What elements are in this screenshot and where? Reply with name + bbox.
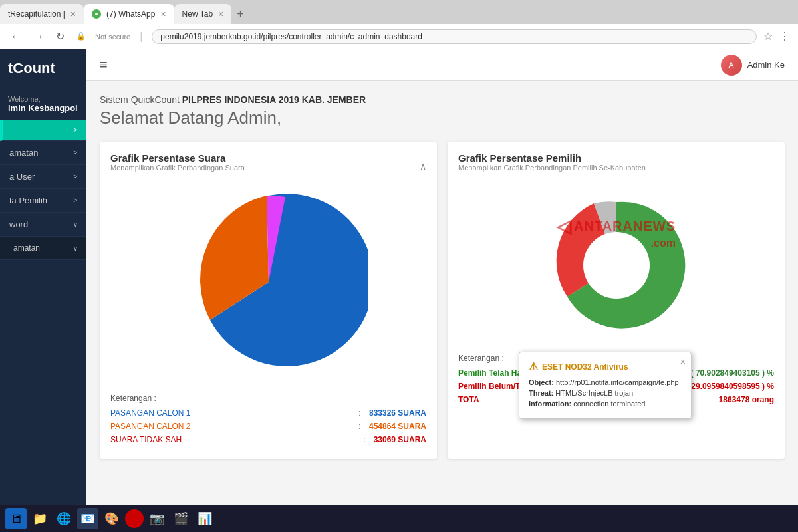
legend-item-tidak-sah: SUARA TIDAK SAH : 33069 SUARA: [110, 435, 426, 444]
taskbar-video[interactable]: 🎬: [170, 508, 192, 529]
chevron-down-icon: v: [74, 245, 77, 252]
address-bar: ← → ↻ 🔓 Not secure | ☆ ⋮: [0, 24, 798, 49]
topbar-left: ≡: [100, 57, 108, 72]
legend-colon-tidak-sah: :: [363, 435, 365, 444]
title-bold: PILPRES INDONESIA 2019 KAB. JEMBER: [182, 94, 366, 105]
taskbar-explorer[interactable]: 📁: [29, 508, 51, 529]
tab-recapitulation[interactable]: tRecapitulation | ×: [0, 4, 84, 24]
chevron-right-icon: >: [73, 197, 77, 204]
legend-label-calon1: PASANGAN CALON 1: [110, 408, 351, 418]
taskbar-mail[interactable]: 📧: [77, 508, 98, 529]
card-header-suara: Grafik Persentase Suara Menampilkan Graf…: [110, 152, 426, 180]
sidebar-menu: > amatan > a User > ta Pemilih > word v …: [0, 120, 86, 532]
tab-newtab[interactable]: New Tab ×: [174, 4, 232, 24]
welcome-text: Welcome,: [8, 95, 78, 103]
chevron-right-icon: >: [73, 126, 77, 134]
refresh-button[interactable]: ↻: [53, 29, 67, 44]
card-title-pemilih: Grafik Persentase Pemilih: [458, 152, 646, 164]
card-subtitle-pemilih: Menampilkan Grafik Perbandingan Pemilih …: [458, 164, 646, 172]
tab-bar: tRecapitulation | × ● (7) WhatsApp × New…: [0, 0, 798, 24]
browser-chrome: tRecapitulation | × ● (7) WhatsApp × New…: [0, 0, 798, 49]
donut-chart-area: ◁ ANTARANEWS .com: [458, 182, 774, 348]
tab-close-btn[interactable]: ×: [70, 9, 76, 19]
antivirus-title: ESET NOD32 Antivirus: [542, 362, 628, 372]
topbar-right: A Admin Ke: [721, 55, 785, 76]
antivirus-threat: Threat: HTML/ScrInject.B trojan: [529, 389, 682, 397]
donut-hole: [583, 232, 650, 299]
app-layout: tCount Welcome, imin Kesbangpol > amatan…: [0, 49, 798, 532]
bookmark-icon[interactable]: ☆: [763, 30, 773, 43]
legend-title-suara: Keterangan :: [110, 394, 426, 403]
sidebar-item-kecamatan[interactable]: amatan >: [0, 141, 86, 165]
sidebar-item-data-pemilih[interactable]: ta Pemilih >: [0, 189, 86, 213]
donut-chart-svg: [530, 189, 703, 342]
chevron-right-icon: >: [73, 173, 77, 180]
taskbar-red[interactable]: [125, 509, 144, 528]
sidebar-item-label: a User: [9, 172, 35, 182]
legend-label-calon2: PASANGAN CALON 2: [110, 422, 351, 431]
hamburger-icon[interactable]: ≡: [100, 57, 108, 72]
address-input[interactable]: [152, 29, 757, 44]
taskbar: 🖥 📁 🌐 📧 🎨 📷 🎬 📊: [0, 505, 798, 532]
page-greeting: Selamat Datang Admin,: [100, 108, 785, 128]
sidebar-submenu: amatan v: [0, 237, 86, 260]
sidebar-item-label: ta Pemilih: [9, 196, 47, 205]
legend-value-total: 1863478 orang: [719, 395, 774, 404]
sidebar-brand: tCount: [0, 49, 86, 88]
title-prefix: Sistem QuickCount: [100, 94, 180, 105]
taskbar-start[interactable]: 🖥: [5, 508, 27, 529]
security-label: 🔓: [74, 32, 88, 41]
separator: |: [140, 31, 142, 43]
legend-label-tidak-sah: SUARA TIDAK SAH: [110, 435, 355, 444]
tab-label: (7) WhatsApp: [106, 9, 155, 19]
antivirus-object: Object: http://rp01.notifa.info/campaign…: [529, 378, 682, 386]
tab-whatsapp[interactable]: ● (7) WhatsApp ×: [84, 4, 174, 24]
taskbar-browser[interactable]: 🌐: [53, 508, 74, 529]
back-button[interactable]: ←: [8, 29, 24, 44]
card-grafik-suara: Grafik Persentase Suara Menampilkan Graf…: [100, 142, 437, 459]
forward-button[interactable]: →: [31, 29, 47, 44]
legend-suara: Keterangan : PASANGAN CALON 1 : 833326 S…: [110, 394, 426, 444]
whatsapp-icon: ●: [92, 9, 101, 19]
tab-label: New Tab: [182, 9, 213, 19]
sidebar-item-word[interactable]: word v: [0, 213, 86, 237]
legend-colon-calon1: :: [359, 408, 361, 418]
page-content: Sistem QuickCount PILPRES INDONESIA 2019…: [86, 81, 798, 472]
collapse-button-suara[interactable]: ∧: [420, 161, 426, 172]
antivirus-close-button[interactable]: ×: [680, 356, 686, 367]
pie-chart-svg: [169, 189, 368, 375]
avatar: A: [721, 55, 742, 76]
sidebar-item-dashboard[interactable]: >: [0, 120, 86, 141]
sidebar-item-label: word: [9, 219, 28, 229]
pie-chart-area: [110, 182, 426, 388]
taskbar-camera[interactable]: 📷: [146, 508, 168, 529]
sidebar-item-user[interactable]: a User >: [0, 165, 86, 189]
browser-menu-icon[interactable]: ⋮: [779, 30, 790, 43]
warning-icon: ⚠: [529, 360, 538, 373]
taskbar-paint[interactable]: 🎨: [101, 508, 122, 529]
sidebar-sub-item-kecamatan[interactable]: amatan v: [0, 237, 86, 260]
legend-colon-calon2: :: [359, 422, 361, 431]
antivirus-popup: ⚠ ESET NOD32 Antivirus × Object: http://…: [519, 352, 692, 419]
topbar: ≡ A Admin Ke: [86, 49, 798, 81]
tab-close-btn[interactable]: ×: [218, 9, 223, 19]
card-grafik-pemilih: Grafik Persentase Pemilih Menampilkan Gr…: [448, 142, 785, 459]
card-subtitle-suara: Menampilkan Grafik Perbandingan Suara: [110, 164, 245, 172]
dashboard-row: Grafik Persentase Suara Menampilkan Graf…: [100, 142, 785, 459]
legend-item-calon1: PASANGAN CALON 1 : 833326 SUARA: [110, 408, 426, 418]
new-tab-button[interactable]: +: [231, 7, 249, 21]
legend-value-calon1: 833326 SUARA: [369, 408, 426, 418]
page-title-small: Sistem QuickCount PILPRES INDONESIA 2019…: [100, 94, 785, 105]
chevron-down-icon: v: [74, 221, 77, 228]
card-title-suara: Grafik Persentase Suara: [110, 152, 245, 164]
sidebar-item-label: amatan: [9, 148, 38, 158]
security-text: Not secure: [95, 33, 130, 41]
card-header-pemilih: Grafik Persentase Pemilih Menampilkan Gr…: [458, 152, 774, 180]
sidebar-username: imin Kesbangpol: [8, 103, 78, 113]
taskbar-spreadsheet[interactable]: 📊: [194, 508, 215, 529]
antivirus-info: Information: connection terminated: [529, 400, 682, 408]
antivirus-header: ⚠ ESET NOD32 Antivirus: [529, 360, 682, 373]
admin-name: Admin Ke: [747, 60, 785, 70]
sidebar-welcome: Welcome, imin Kesbangpol: [0, 88, 86, 120]
tab-close-btn[interactable]: ×: [160, 9, 166, 19]
